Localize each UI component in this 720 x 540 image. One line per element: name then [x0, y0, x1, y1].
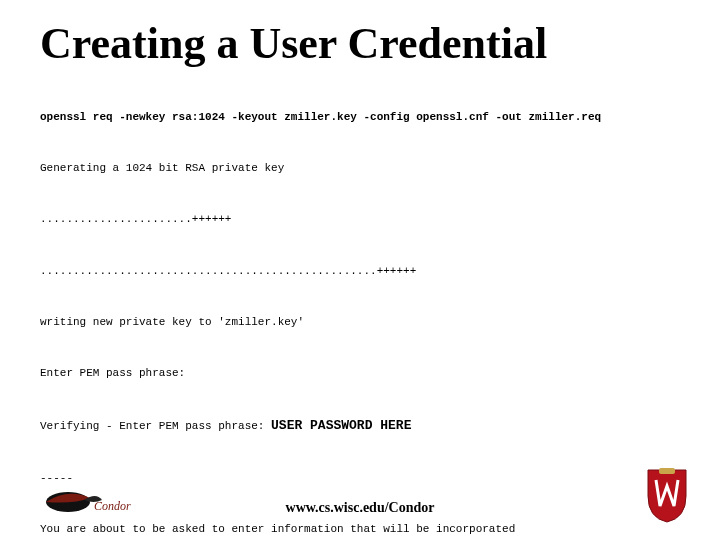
verify-prefix: Verifying - Enter PEM pass phrase: — [40, 420, 271, 432]
terminal-line: .......................++++++ — [40, 211, 680, 228]
verify-value: USER PASSWORD HERE — [271, 418, 411, 433]
terminal-line: Enter PEM pass phrase: — [40, 365, 680, 382]
uw-crest-logo — [644, 466, 690, 524]
footer: Condor www.cs.wisc.edu/Condor — [0, 486, 720, 526]
footer-url: www.cs.wisc.edu/Condor — [0, 500, 720, 516]
terminal-line: ........................................… — [40, 263, 680, 280]
terminal-line: writing new private key to 'zmiller.key' — [40, 314, 680, 331]
terminal-verify-line: Verifying - Enter PEM pass phrase: USER … — [40, 416, 680, 436]
svg-rect-2 — [659, 468, 675, 474]
terminal-line: Generating a 1024 bit RSA private key — [40, 160, 680, 177]
terminal-command: openssl req -newkey rsa:1024 -keyout zmi… — [40, 109, 680, 126]
slide-title: Creating a User Credential — [40, 18, 680, 69]
slide: Creating a User Credential openssl req -… — [0, 0, 720, 540]
terminal-block: openssl req -newkey rsa:1024 -keyout zmi… — [40, 75, 680, 540]
